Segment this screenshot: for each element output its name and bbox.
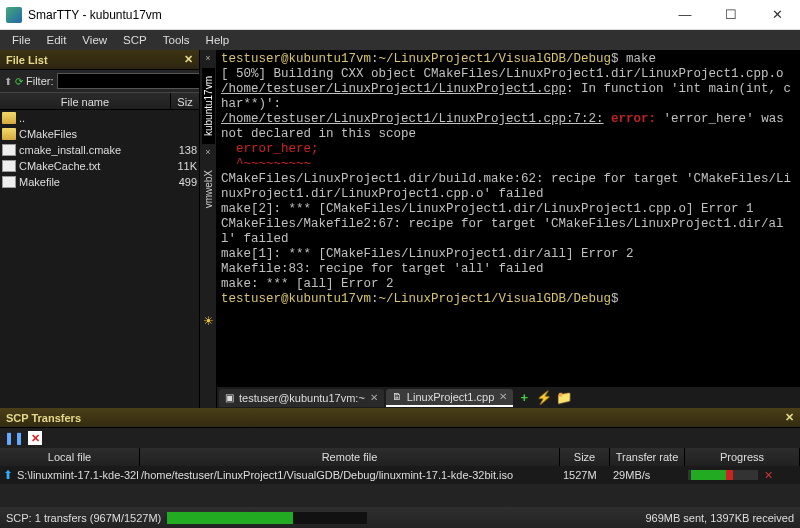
tab-label: testuser@kubuntu17vm:~ xyxy=(239,392,365,404)
close-button[interactable]: ✕ xyxy=(754,0,800,30)
file-name: Makefile xyxy=(19,176,171,188)
file-size: 138 xyxy=(171,144,199,156)
open-folder-icon[interactable]: 📁 xyxy=(555,389,573,407)
file-columns: File name Siz xyxy=(0,92,199,110)
col-size[interactable]: Siz xyxy=(171,93,199,109)
terminal-panel: testuser@kubuntu17vm:~/LinuxProject1/Vis… xyxy=(217,50,800,408)
menu-edit[interactable]: Edit xyxy=(39,34,75,46)
local-file: S:\linuxmint-17.1-kde-32bit.iso xyxy=(14,469,138,481)
status-bar: SCP: 1 transfers (967M/1527M) 969MB sent… xyxy=(0,507,800,528)
col-rate[interactable]: Transfer rate xyxy=(610,448,685,466)
menu-scp[interactable]: SCP xyxy=(115,34,155,46)
term-icon: ▣ xyxy=(225,392,234,403)
tab-testuser-kubuntu17vm--[interactable]: ▣testuser@kubuntu17vm:~✕ xyxy=(219,389,384,407)
menu-help[interactable]: Help xyxy=(198,34,238,46)
menu-file[interactable]: File xyxy=(4,34,39,46)
file-name: CMakeFiles xyxy=(19,128,171,140)
vtab-kubuntu17vm[interactable]: kubuntu17vm xyxy=(202,68,215,144)
file-icon xyxy=(2,144,16,156)
scp-transfers-panel: SCP Transfers ✕ ❚❚ ✕ Local file Remote f… xyxy=(0,408,800,507)
tab-linuxproject1-cpp[interactable]: 🗎LinuxProject1.cpp✕ xyxy=(386,389,513,407)
file-row[interactable]: CMakeFiles xyxy=(0,126,199,142)
file-size: 499 xyxy=(171,176,199,188)
file-row[interactable]: CMakeCache.txt11K xyxy=(0,158,199,174)
file-name: CMakeCache.txt xyxy=(19,160,171,172)
cancel-transfer-icon[interactable]: ✕ xyxy=(764,469,773,482)
file-row[interactable]: .. xyxy=(0,110,199,126)
col-name[interactable]: File name xyxy=(0,93,171,109)
menu-tools[interactable]: Tools xyxy=(155,34,198,46)
file-icon xyxy=(2,176,16,188)
folder-icon xyxy=(2,128,16,140)
vtab-vmwebX[interactable]: vmwebX xyxy=(202,162,215,216)
filter-row: ⬆ ⟳ Filter: xyxy=(0,70,199,92)
file-row[interactable]: cmake_install.cmake138 xyxy=(0,142,199,158)
up-folder-icon[interactable]: ⬆ xyxy=(4,73,12,89)
progress-cell: ✕ xyxy=(685,469,800,482)
col-remote[interactable]: Remote file xyxy=(140,448,560,466)
transfer-rate: 29MB/s xyxy=(610,469,685,481)
col-size[interactable]: Size xyxy=(560,448,610,466)
col-progress[interactable]: Progress xyxy=(685,448,800,466)
upload-icon: ⬆ xyxy=(0,468,14,482)
app-icon xyxy=(6,7,22,23)
run-icon[interactable]: ⚡ xyxy=(535,389,553,407)
status-right: 969MB sent, 1397KB received xyxy=(645,512,794,524)
close-panel-icon[interactable]: ✕ xyxy=(184,53,193,66)
filter-label: Filter: xyxy=(26,75,54,87)
file-list-header: File List ✕ xyxy=(0,50,199,70)
file-name: cmake_install.cmake xyxy=(19,144,171,156)
vertical-tab-strip: ×kubuntu17vm×vmwebX☀ xyxy=(199,50,217,408)
col-local[interactable]: Local file xyxy=(0,448,140,466)
terminal-output[interactable]: testuser@kubuntu17vm:~/LinuxProject1/Vis… xyxy=(217,50,800,386)
bottom-tab-bar: ▣testuser@kubuntu17vm:~✕🗎LinuxProject1.c… xyxy=(217,386,800,408)
scp-header: SCP Transfers ✕ xyxy=(0,408,800,428)
new-tab-icon[interactable]: + xyxy=(515,389,533,407)
tab-close-icon[interactable]: ✕ xyxy=(370,392,378,403)
maximize-button[interactable]: ☐ xyxy=(708,0,754,30)
folder-icon xyxy=(2,112,16,124)
file-list: ..CMakeFilescmake_install.cmake138CMakeC… xyxy=(0,110,199,408)
file-size: 11K xyxy=(171,160,199,172)
menu-view[interactable]: View xyxy=(74,34,115,46)
file-list-panel: File List ✕ ⬆ ⟳ Filter: File name Siz ..… xyxy=(0,50,199,408)
progress-bar xyxy=(688,470,758,480)
stop-icon[interactable]: ✕ xyxy=(28,431,42,445)
minimize-button[interactable]: — xyxy=(662,0,708,30)
scp-controls: ❚❚ ✕ xyxy=(0,428,800,448)
tab-label: LinuxProject1.cpp xyxy=(407,391,494,403)
remote-file: /home/testuser/LinuxProject1/VisualGDB/D… xyxy=(138,469,560,481)
file-list-title: File List xyxy=(6,54,48,66)
status-progress-bar xyxy=(167,512,367,524)
transfer-row[interactable]: ⬆ S:\linuxmint-17.1-kde-32bit.iso /home/… xyxy=(0,466,800,484)
tab-close-icon[interactable]: ✕ xyxy=(499,391,507,402)
menu-bar: FileEditViewSCPToolsHelp xyxy=(0,30,800,50)
scp-columns: Local file Remote file Size Transfer rat… xyxy=(0,448,800,466)
window-titlebar: SmarTTY - kubuntu17vm — ☐ ✕ xyxy=(0,0,800,30)
filter-input[interactable] xyxy=(57,73,203,89)
file-icon: 🗎 xyxy=(392,391,402,402)
sun-icon[interactable]: ☀ xyxy=(203,314,214,328)
refresh-icon[interactable]: ⟳ xyxy=(15,73,23,89)
window-title: SmarTTY - kubuntu17vm xyxy=(28,8,662,22)
status-left: SCP: 1 transfers (967M/1527M) xyxy=(6,512,161,524)
file-icon xyxy=(2,160,16,172)
pause-icon[interactable]: ❚❚ xyxy=(4,431,24,445)
file-name: .. xyxy=(19,112,171,124)
file-size: 1527M xyxy=(560,469,610,481)
close-scp-icon[interactable]: ✕ xyxy=(785,411,794,424)
vtab-close-icon[interactable]: × xyxy=(205,53,210,63)
file-row[interactable]: Makefile499 xyxy=(0,174,199,190)
vtab-close-icon[interactable]: × xyxy=(205,147,210,157)
scp-title: SCP Transfers xyxy=(6,412,81,424)
